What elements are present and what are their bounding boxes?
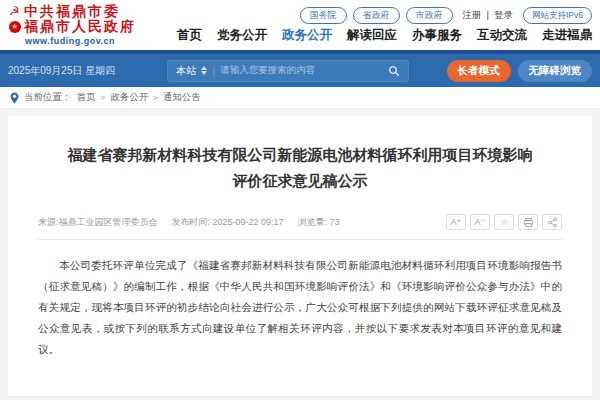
nav-item-interaction[interactable]: 互动交流 (477, 27, 527, 44)
national-emblem-icon: ★ (9, 21, 21, 33)
favorite-star-icon[interactable]: ☆ (494, 214, 514, 230)
search-band: 2025年09月25日 星期四 本站 | 请输入您要搜索的内容 长者模式 无障碍… (0, 54, 600, 87)
article-title: 福建省赛邦新材料科技有限公司新能源电池材料循环利用项目环境影响评价征求意见稿公示 (38, 142, 562, 194)
breadcrumb-notices[interactable]: 通知公告 (163, 91, 201, 104)
main-nav: 首页 党务公开 政务公开 解读回应 办事服务 互动交流 走进福鼎 (177, 27, 592, 44)
share-icon[interactable] (542, 214, 562, 230)
search-icon[interactable] (388, 65, 400, 77)
article-source: 来源:福鼎工业园区管理委员会 (38, 216, 158, 229)
breadcrumb-separator: > (153, 93, 158, 102)
location-pin-icon (10, 92, 19, 104)
link-city-gov[interactable]: 市政府 (406, 7, 453, 24)
print-icon[interactable] (518, 214, 538, 230)
site-logo[interactable]: ☭ 中共福鼎市委 ★ 福鼎市人民政府 www.fuding.gov.cn (8, 4, 136, 50)
auth-links: 注册 | 登录 (463, 9, 513, 22)
breadcrumb-separator: > (101, 93, 106, 102)
article-body: 本公司委托环评单位完成了《福建省赛邦新材料科技有限公司新能源电池材料循环利用项目… (38, 255, 562, 360)
article-publish-time: 发布时间: 2025-09-22 09:17 (172, 216, 284, 229)
logo-row-government: ★ 福鼎市人民政府 (8, 19, 136, 34)
header-right: 国务院 省政府 市政府 注册 | 登录 网站支持IPv6 首页 党务公开 政务公… (177, 4, 592, 50)
breadcrumb-label: 当前位置： (24, 91, 72, 104)
breadcrumb-home[interactable]: 首页 (77, 91, 96, 104)
article-meta: 来源:福鼎工业园区管理委员会 发布时间: 2025-09-22 09:17 浏览… (38, 216, 340, 229)
font-decrease-button[interactable]: A⁻ (470, 214, 490, 230)
nav-item-about-fuding[interactable]: 走进福鼎 (542, 27, 592, 44)
article-meta-row: 来源:福鼎工业园区管理委员会 发布时间: 2025-09-22 09:17 浏览… (38, 214, 562, 230)
accessibility-button[interactable]: 无障碍浏览 (518, 60, 593, 82)
login-link[interactable]: 登录 (494, 9, 513, 22)
site-header: ☭ 中共福鼎市委 ★ 福鼎市人民政府 www.fuding.gov.cn 国务院… (0, 0, 600, 50)
nav-item-party-affairs[interactable]: 党务公开 (217, 27, 267, 44)
article-card: 福建省赛邦新材料科技有限公司新能源电池材料循环利用项目环境影响评价征求意见稿公示… (8, 116, 592, 396)
band-buttons: 长者模式 无障碍浏览 (447, 60, 593, 82)
meta-divider (38, 239, 562, 240)
nav-item-interpretation[interactable]: 解读回应 (347, 27, 397, 44)
link-provincial-gov[interactable]: 省政府 (353, 7, 400, 24)
nav-item-services[interactable]: 办事服务 (412, 27, 462, 44)
search-scope-select[interactable]: 本站 (176, 64, 196, 78)
nav-item-gov-affairs[interactable]: 政务公开 (282, 27, 332, 44)
auth-divider: | (487, 9, 489, 22)
logo-line-1: 中共福鼎市委 (24, 4, 120, 19)
search-divider: | (212, 65, 215, 77)
page-background: 福建省赛邦新材料科技有限公司新能源电池材料循环利用项目环境影响评价征求意见稿公示… (0, 109, 600, 396)
search-input[interactable]: 请输入您要搜索的内容 (220, 64, 383, 77)
link-state-council[interactable]: 国务院 (300, 7, 347, 24)
site-url: www.fuding.gov.cn (25, 34, 136, 49)
nav-item-home[interactable]: 首页 (177, 27, 202, 44)
article-actions: A⁺ A⁻ ☆ (446, 214, 562, 230)
search-box[interactable]: 本站 | 请输入您要搜索的内容 (167, 60, 409, 82)
font-increase-button[interactable]: A⁺ (446, 214, 466, 230)
breadcrumb: 当前位置： 首页 > 政务公开 > 通知公告 (0, 87, 600, 109)
logo-line-2: 福鼎市人民政府 (24, 19, 136, 34)
party-emblem-icon: ☭ (8, 4, 21, 19)
ipv6-badge: 网站支持IPv6 (523, 7, 592, 24)
scope-dropdown-arrows-icon[interactable] (201, 66, 207, 75)
current-date: 2025年09月25日 星期四 (8, 64, 115, 78)
elder-mode-button[interactable]: 长者模式 (447, 60, 511, 82)
top-links: 国务院 省政府 市政府 注册 | 登录 网站支持IPv6 (300, 7, 592, 24)
breadcrumb-gov-affairs[interactable]: 政务公开 (110, 91, 148, 104)
article-view-count: 浏览量: 73 (298, 216, 340, 229)
logo-row-party: ☭ 中共福鼎市委 (8, 4, 136, 19)
register-link[interactable]: 注册 (463, 9, 482, 22)
